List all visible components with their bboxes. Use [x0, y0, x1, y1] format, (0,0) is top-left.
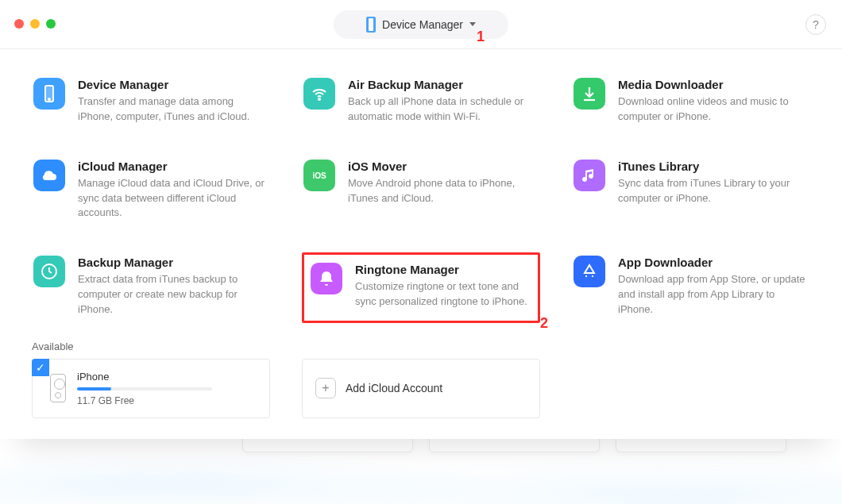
feature-media-downloader[interactable]: Media Downloader Download online videos … — [572, 75, 810, 128]
window-controls — [14, 19, 56, 29]
storage-bar — [77, 387, 212, 391]
bell-icon — [311, 263, 342, 294]
svg-point-3 — [319, 98, 320, 100]
feature-grid: Device Manager Transfer and manage data … — [32, 75, 810, 323]
ios-icon: iOS — [303, 160, 335, 191]
device-phone-icon — [50, 374, 66, 402]
feature-desc: Download online videos and music to comp… — [618, 94, 809, 125]
minimize-window-icon[interactable] — [30, 19, 40, 29]
feature-air-backup[interactable]: Air Backup Manager Back up all iPhone da… — [302, 75, 540, 128]
feature-title: Backup Manager — [78, 256, 268, 269]
svg-text:iOS: iOS — [312, 171, 326, 180]
feature-icloud-manager[interactable]: iCloud Manager Manage iCloud data and iC… — [32, 156, 270, 225]
phone-icon — [33, 78, 65, 110]
feature-title: iCloud Manager — [78, 160, 268, 173]
feature-device-manager[interactable]: Device Manager Transfer and manage data … — [32, 75, 270, 128]
feature-desc: Transfer and manage data among iPhone, c… — [78, 94, 268, 125]
close-window-icon[interactable] — [14, 19, 24, 29]
dropdown-panel: Device Manager Transfer and manage data … — [0, 49, 842, 439]
feature-desc: Sync data from iTunes Library to your co… — [618, 176, 809, 206]
callout-number-1: 1 — [477, 29, 485, 45]
feature-desc: Customize ringtone or text tone and sync… — [355, 279, 531, 310]
music-icon — [574, 160, 605, 191]
callout-number-2: 2 — [540, 315, 548, 332]
feature-title: Air Backup Manager — [348, 78, 539, 91]
feature-ringtone-manager[interactable]: Ringtone Manager Customize ringtone or t… — [302, 252, 540, 323]
titlebar: Device Manager 1 ? — [0, 0, 842, 49]
feature-itunes-library[interactable]: iTunes Library Sync data from iTunes Lib… — [572, 156, 810, 225]
appstore-icon — [574, 256, 605, 287]
device-row: ✓ iPhone 11.7 GB Free + Add iCloud Accou… — [32, 359, 810, 418]
wifi-icon — [303, 78, 335, 110]
plus-icon: + — [315, 378, 336, 398]
feature-desc: Back up all iPhone data in schedule or a… — [348, 94, 539, 125]
phone-icon — [366, 17, 376, 33]
checkmark-icon: ✓ — [32, 359, 49, 376]
zoom-window-icon[interactable] — [46, 19, 56, 29]
feature-desc: Move Android phone data to iPhone, iTune… — [348, 176, 539, 206]
cloud-icon — [33, 160, 65, 191]
feature-backup-manager[interactable]: Backup Manager Extract data from iTunes … — [32, 252, 270, 323]
feature-desc: Manage iCloud data and iCloud Drive, or … — [78, 176, 268, 221]
feature-desc: Download app from App Store, or update a… — [618, 272, 809, 317]
svg-point-2 — [48, 98, 50, 100]
feature-ios-mover[interactable]: iOS iOS Mover Move Android phone data to… — [302, 156, 540, 225]
add-icloud-label: Add iCloud Account — [346, 382, 442, 394]
chevron-down-icon — [469, 22, 476, 26]
add-icloud-button[interactable]: + Add iCloud Account — [302, 359, 540, 418]
feature-title: App Downloader — [618, 256, 809, 269]
feature-desc: Extract data from iTunes backup to compu… — [78, 272, 268, 317]
help-button[interactable]: ? — [805, 14, 826, 35]
feature-title: Media Downloader — [618, 78, 809, 91]
feature-title: Device Manager — [78, 78, 268, 91]
device-card-iphone[interactable]: ✓ iPhone 11.7 GB Free — [32, 359, 270, 418]
mode-dropdown-label: Device Manager — [382, 18, 463, 31]
download-icon — [574, 78, 605, 110]
storage-free-label: 11.7 GB Free — [77, 395, 212, 406]
feature-title: Ringtone Manager — [355, 263, 531, 276]
feature-title: iTunes Library — [618, 160, 809, 173]
feature-title: iOS Mover — [348, 160, 539, 173]
device-name: iPhone — [77, 371, 212, 383]
clock-icon — [33, 256, 65, 287]
feature-app-downloader[interactable]: App Downloader Download app from App Sto… — [572, 252, 810, 323]
help-icon: ? — [813, 18, 819, 31]
device-info: iPhone 11.7 GB Free — [77, 371, 212, 406]
available-label: Available — [32, 340, 810, 352]
